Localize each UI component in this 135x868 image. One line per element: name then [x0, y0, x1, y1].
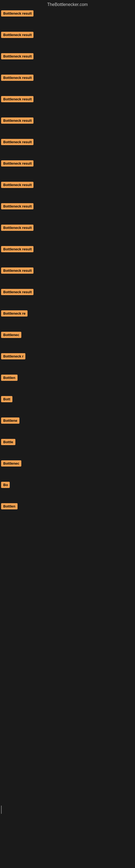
list-item: Bottleneck r — [1, 353, 134, 361]
bottleneck-badge[interactable]: Bottleneck result — [1, 32, 34, 38]
bottleneck-badge[interactable]: Bottleneck result — [1, 160, 34, 166]
bottleneck-badge[interactable]: Bottleneck result — [1, 96, 34, 102]
bottleneck-badge[interactable]: Bottleneck result — [1, 139, 34, 145]
list-item: Bott — [1, 396, 134, 403]
list-item: Bo — [1, 482, 134, 489]
bottleneck-badge[interactable]: Bottlen — [1, 503, 17, 509]
bottleneck-badge[interactable]: Bottleneck result — [1, 53, 34, 59]
list-item: Bottleneck result — [1, 246, 134, 253]
items-container: Bottleneck resultBottleneck resultBottle… — [0, 10, 135, 510]
bottleneck-badge[interactable]: Bottle — [1, 439, 15, 445]
bottleneck-badge[interactable]: Bottlene — [1, 417, 19, 424]
bottleneck-badge[interactable]: Bottlen — [1, 375, 17, 381]
list-item: Bottleneck re — [1, 310, 134, 318]
list-item: Bottleneck result — [1, 203, 134, 211]
list-item: Bottleneck result — [1, 268, 134, 275]
bottleneck-badge[interactable]: Bottleneck result — [1, 268, 34, 274]
bottleneck-badge[interactable]: Bo — [1, 482, 10, 488]
bottleneck-badge[interactable]: Bottleneck result — [1, 182, 34, 188]
list-item: Bottleneck result — [1, 53, 134, 61]
list-item: Bottle — [1, 439, 134, 446]
list-item: Bottleneck result — [1, 182, 134, 189]
list-item: Bottleneck result — [1, 160, 134, 167]
page-wrapper: TheBottlenecker.com Bottleneck resultBot… — [0, 0, 135, 510]
bottleneck-badge[interactable]: Bottleneck result — [1, 74, 34, 81]
bottleneck-badge[interactable]: Bott — [1, 396, 12, 402]
bottleneck-badge[interactable]: Bottleneck result — [1, 118, 34, 124]
bottleneck-badge[interactable]: Bottleneck r — [1, 353, 26, 360]
site-title: TheBottlenecker.com — [0, 0, 135, 10]
list-item: Bottlene — [1, 417, 134, 425]
bottleneck-badge[interactable]: Bottleneck result — [1, 203, 34, 209]
cursor-line — [1, 806, 2, 814]
list-item: Bottleneck result — [1, 225, 134, 232]
list-item: Bottleneck result — [1, 74, 134, 82]
list-item: Bottlenec — [1, 460, 134, 468]
list-item: Bottleneck result — [1, 96, 134, 103]
bottleneck-badge[interactable]: Bottleneck result — [1, 225, 34, 231]
list-item: Bottlen — [1, 503, 134, 510]
list-item: Bottleneck result — [1, 289, 134, 296]
bottleneck-badge[interactable]: Bottlenec — [1, 332, 21, 338]
list-item: Bottleneck result — [1, 118, 134, 125]
list-item: Bottleneck result — [1, 32, 134, 39]
bottleneck-badge[interactable]: Bottleneck result — [1, 10, 34, 17]
bottleneck-badge[interactable]: Bottlenec — [1, 460, 21, 467]
list-item: Bottlen — [1, 375, 134, 382]
bottleneck-badge[interactable]: Bottleneck result — [1, 246, 34, 252]
list-item: Bottleneck result — [1, 139, 134, 146]
list-item: Bottleneck result — [1, 10, 134, 18]
bottleneck-badge[interactable]: Bottleneck result — [1, 289, 34, 295]
bottleneck-badge[interactable]: Bottleneck re — [1, 310, 28, 316]
list-item: Bottlenec — [1, 332, 134, 339]
